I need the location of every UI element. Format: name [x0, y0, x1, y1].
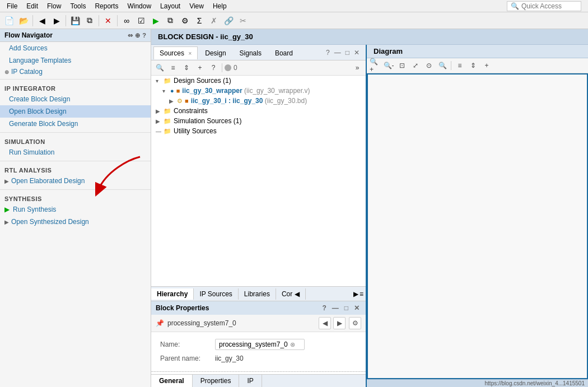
bottom-tab-more[interactable]: ▶ ≡ [351, 290, 366, 298]
tree-item-simulation-sources[interactable]: ▶ 📁 Simulation Sources (1) [151, 116, 366, 126]
ip-catalog-icon: ⊕ [4, 69, 9, 75]
settings-button[interactable]: ⚙ [178, 14, 192, 27]
zoom-in-btn[interactable]: 🔍+ [369, 59, 381, 72]
overflow-btn[interactable]: » [351, 62, 363, 74]
sum-button[interactable]: Σ [193, 14, 206, 27]
program-button[interactable]: ⧉ [164, 14, 177, 27]
run-button[interactable]: ▶ [149, 14, 162, 27]
save-button[interactable]: 💾 [68, 14, 82, 27]
expand-all-btn[interactable]: ≡ [167, 62, 179, 74]
bottom-tab-hierarchy[interactable]: Hierarchy [151, 288, 194, 300]
connect-button[interactable]: ∞ [120, 14, 133, 27]
folder-icon-design-sources: 📁 [164, 77, 171, 85]
bpt-ip[interactable]: IP [239, 375, 262, 387]
bp-name-value: processing_system7_0 [219, 341, 288, 348]
menu-help[interactable]: Help [208, 1, 231, 11]
collapse-btn[interactable]: ⇕ [180, 62, 193, 74]
bp-restore-icon[interactable]: □ [343, 304, 350, 313]
search-btn[interactable]: 🔍 [153, 62, 166, 74]
toolbar-separator-4 [117, 15, 118, 26]
quick-access-input[interactable] [521, 2, 577, 10]
menu-view[interactable]: View [185, 1, 208, 11]
tab-close-icon[interactable]: ✕ [352, 48, 361, 58]
bp-close-icon[interactable]: ✕ [352, 304, 361, 313]
tab-sources[interactable]: Sources × [153, 46, 198, 59]
nav-icon-swap[interactable]: ⇔ [128, 32, 133, 39]
align-h-btn[interactable]: ≡ [454, 59, 466, 72]
tree-item-constraints[interactable]: ▶ 📁 Constraints [151, 106, 366, 116]
nav-item-open-elaborated-design[interactable]: ▶ Open Elaborated Design [0, 175, 151, 187]
bpt-general[interactable]: General [151, 375, 193, 387]
menu-file[interactable]: File [2, 1, 22, 11]
diag-sep [451, 61, 451, 70]
nav-item-run-synthesis[interactable]: ▶ Run Synthesis [0, 203, 151, 216]
iic-wrapper-label: iic_gy_30_wrapper (iic_gy_30_wrapper.v) [182, 87, 310, 95]
component-name: processing_system7_0 [167, 319, 236, 327]
tab-help-icon[interactable]: ? [324, 48, 332, 58]
help-btn[interactable]: ? [207, 62, 220, 74]
bpt-properties[interactable]: Properties [193, 375, 240, 387]
uncheck-button[interactable]: ✗ [207, 14, 221, 27]
tab-board-label: Board [275, 49, 293, 57]
open-button[interactable]: 📂 [17, 14, 30, 27]
open-synthesized-label: Open Synthesized Design [11, 218, 89, 226]
snap-btn[interactable]: ⊙ [423, 59, 435, 72]
bottom-tab-ip-sources[interactable]: IP Sources [194, 288, 238, 300]
nav-item-generate-block-design[interactable]: Generate Block Design [0, 118, 151, 130]
nav-item-ip-catalog-row[interactable]: ⊕ IP Catalog [0, 67, 151, 77]
menu-layout[interactable]: Layout [156, 1, 185, 11]
forward-button[interactable]: ▶ [50, 14, 63, 27]
menu-window[interactable]: Window [123, 1, 156, 11]
menu-tools[interactable]: Tools [66, 1, 90, 11]
menu-reports[interactable]: Reports [90, 1, 123, 11]
nav-divider-4 [0, 189, 151, 190]
tab-board[interactable]: Board [269, 46, 299, 59]
tab-sources-close[interactable]: × [188, 50, 192, 57]
tree-item-iic-30-i[interactable]: ▶ ⚙ ■ iic_gy_30_i : iic_gy_30 (iic_gy_30… [151, 96, 366, 106]
bp-help-icon[interactable]: ? [320, 304, 328, 313]
iic-30-i-name: iic_gy_30_i : iic_gy_30 [191, 97, 263, 105]
dot-icon-wrapper: ● [170, 87, 174, 94]
delete-button[interactable]: ✕ [101, 14, 115, 27]
new-button[interactable]: 📄 [2, 14, 16, 27]
add-btn[interactable]: + [194, 62, 206, 74]
zoom-select-btn[interactable]: ⤢ [409, 59, 422, 72]
nav-item-open-synthesized-design[interactable]: ▶ Open Synthesized Design [0, 216, 151, 228]
bottom-tab-compile-order[interactable]: Cor ◀ [276, 288, 306, 300]
nav-item-add-sources[interactable]: Add Sources [0, 42, 151, 54]
zoom-out-btn[interactable]: 🔍- [382, 59, 395, 72]
nav-item-open-block-design[interactable]: Open Block Design [0, 105, 151, 118]
tab-minimize-icon[interactable]: — [333, 48, 343, 58]
tab-design[interactable]: Design [199, 46, 232, 59]
bottom-tab-libraries[interactable]: Libraries [239, 288, 276, 300]
tree-item-iic-wrapper[interactable]: ▾ ● ■ iic_gy_30_wrapper (iic_gy_30_wrapp… [151, 86, 366, 96]
align-v-btn[interactable]: ⇕ [467, 59, 479, 72]
nav-item-run-simulation[interactable]: Run Simulation [0, 146, 151, 158]
search-diagram-btn[interactable]: 🔍 [436, 59, 449, 72]
bp-name-clear-icon[interactable]: ⊗ [290, 341, 295, 348]
bp-minimize-icon[interactable]: — [330, 304, 340, 313]
toolbar-separator-1 [32, 15, 33, 26]
scissors-button[interactable]: ✂ [236, 14, 250, 27]
block-properties-tabs: General Properties IP [151, 374, 366, 387]
nav-item-create-block-design[interactable]: Create Block Design [0, 93, 151, 105]
check-button[interactable]: ☑ [134, 14, 148, 27]
nav-item-language-templates[interactable]: Language Templates [0, 54, 151, 67]
fit-btn[interactable]: ⊡ [396, 59, 408, 72]
link-button[interactable]: 🔗 [222, 14, 235, 27]
back-button[interactable]: ◀ [35, 14, 49, 27]
menu-edit[interactable]: Edit [22, 1, 43, 11]
tab-restore-icon[interactable]: □ [344, 48, 351, 58]
nav-icon-help[interactable]: ? [142, 32, 146, 39]
bp-forward-btn[interactable]: ▶ [333, 317, 346, 329]
add-diagram-btn[interactable]: + [480, 59, 493, 72]
tree-item-design-sources[interactable]: ▾ 📁 Design Sources (1) [151, 76, 366, 86]
nav-icon-pin[interactable]: ⊕ [135, 32, 140, 39]
tree-item-utility-sources[interactable]: — 📁 Utility Sources [151, 126, 366, 136]
bp-back-btn[interactable]: ◀ [319, 317, 331, 329]
bp-gear-btn[interactable]: ⚙ [349, 317, 361, 329]
copy-button[interactable]: ⧉ [83, 14, 96, 27]
tree-arrow-constraints: ▶ [156, 108, 161, 114]
tab-signals[interactable]: Signals [234, 46, 268, 59]
menu-flow[interactable]: Flow [43, 1, 66, 11]
